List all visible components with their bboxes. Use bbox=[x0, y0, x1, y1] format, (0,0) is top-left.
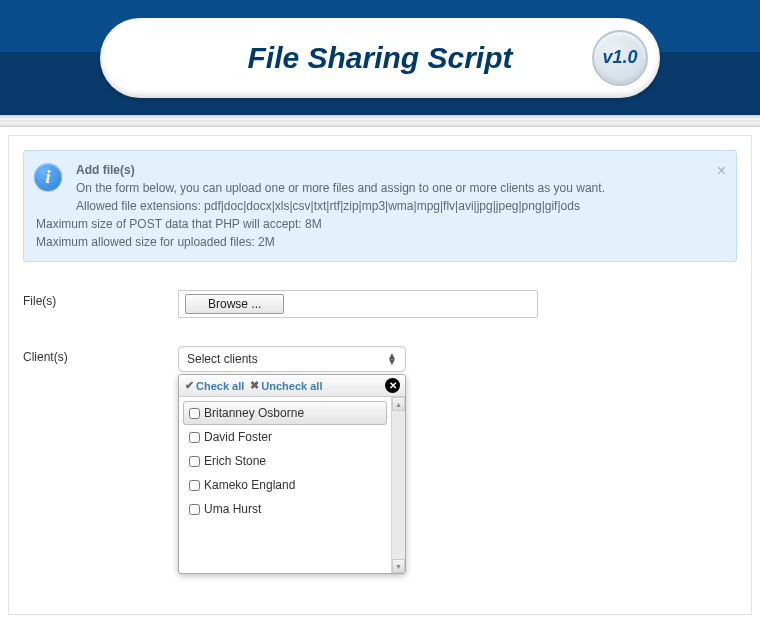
info-icon: i bbox=[34, 163, 62, 191]
list-item-checkbox[interactable] bbox=[189, 456, 200, 467]
cross-icon: ✖ bbox=[250, 379, 259, 392]
list-item[interactable]: Erich Stone bbox=[183, 449, 387, 473]
list-item[interactable]: Uma Hurst bbox=[183, 497, 387, 521]
file-input-wrap[interactable]: Browse ... bbox=[178, 290, 538, 318]
version-badge: v1.0 bbox=[592, 30, 648, 86]
info-line: Maximum size of POST data that PHP will … bbox=[36, 215, 724, 233]
check-all-button[interactable]: ✔ Check all bbox=[185, 379, 244, 392]
info-line: On the form below, you can upload one or… bbox=[76, 179, 724, 197]
header-band: File Sharing Script v1.0 bbox=[0, 0, 760, 115]
main-panel: i × Add file(s) On the form below, you c… bbox=[8, 135, 752, 615]
uncheck-all-button[interactable]: ✖ Uncheck all bbox=[250, 379, 322, 392]
scrollbar[interactable]: ▲ ▼ bbox=[391, 397, 405, 573]
uncheck-all-label: Uncheck all bbox=[261, 380, 322, 392]
scroll-down-icon[interactable]: ▼ bbox=[392, 559, 405, 573]
list-item-label: Uma Hurst bbox=[204, 502, 261, 516]
check-all-label: Check all bbox=[196, 380, 244, 392]
list-item-checkbox[interactable] bbox=[189, 504, 200, 515]
list-item-label: Erich Stone bbox=[204, 454, 266, 468]
header-pill: File Sharing Script v1.0 bbox=[100, 18, 660, 98]
files-label: File(s) bbox=[23, 290, 178, 318]
clients-dropdown: ✔ Check all ✖ Uncheck all ✕ Britanney Os… bbox=[178, 374, 406, 574]
scroll-up-icon[interactable]: ▲ bbox=[392, 397, 405, 411]
files-row: File(s) Browse ... bbox=[23, 290, 737, 318]
dropdown-list: Britanney Osborne David Foster Erich Sto… bbox=[179, 397, 391, 573]
clients-row: Client(s) Select clients ▲▼ ✔ Check all … bbox=[23, 346, 737, 372]
info-line: Allowed file extensions: pdf|doc|docx|xl… bbox=[76, 197, 724, 215]
close-icon[interactable]: × bbox=[717, 159, 726, 183]
clients-label: Client(s) bbox=[23, 346, 178, 372]
list-item[interactable]: Britanney Osborne bbox=[183, 401, 387, 425]
browse-button[interactable]: Browse ... bbox=[185, 294, 284, 314]
clients-select[interactable]: Select clients ▲▼ bbox=[178, 346, 406, 372]
list-item[interactable]: David Foster bbox=[183, 425, 387, 449]
list-item-checkbox[interactable] bbox=[189, 480, 200, 491]
info-line: Maximum allowed size for uploaded files:… bbox=[36, 233, 724, 251]
info-alert: i × Add file(s) On the form below, you c… bbox=[23, 150, 737, 262]
list-item-checkbox[interactable] bbox=[189, 432, 200, 443]
dropdown-close-icon[interactable]: ✕ bbox=[385, 378, 400, 393]
sub-bar bbox=[0, 115, 760, 127]
info-title: Add file(s) bbox=[76, 161, 724, 179]
list-item-label: Kameko England bbox=[204, 478, 295, 492]
list-item-label: Britanney Osborne bbox=[204, 406, 304, 420]
list-item-checkbox[interactable] bbox=[189, 408, 200, 419]
dropdown-body: Britanney Osborne David Foster Erich Sto… bbox=[179, 397, 405, 573]
app-title: File Sharing Script bbox=[247, 41, 512, 75]
chevron-updown-icon: ▲▼ bbox=[387, 353, 397, 365]
list-item[interactable]: Kameko England bbox=[183, 473, 387, 497]
dropdown-toolbar: ✔ Check all ✖ Uncheck all ✕ bbox=[179, 375, 405, 397]
clients-select-text: Select clients bbox=[187, 352, 258, 366]
check-icon: ✔ bbox=[185, 379, 194, 392]
list-item-label: David Foster bbox=[204, 430, 272, 444]
